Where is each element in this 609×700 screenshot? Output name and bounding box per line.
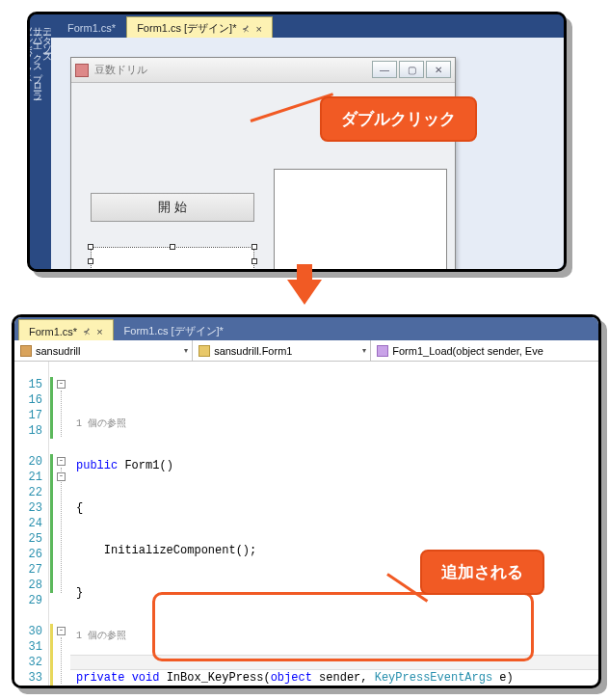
callout-text: 追加される (441, 563, 523, 581)
code-editor-panel: Form1.cs* ⊀ × Form1.cs [デザイン]* sansudril… (12, 314, 601, 688)
chevron-down-icon: ▾ (184, 346, 188, 355)
tab-form1-cs[interactable]: Form1.cs* (57, 16, 126, 38)
form-title: 豆数ドリル (94, 63, 147, 77)
fold-toggle[interactable]: - (57, 627, 66, 635)
class-icon (199, 345, 210, 357)
designer-canvas[interactable]: 豆数ドリル — ▢ ✕ 開 始 (51, 38, 564, 269)
side-tool-serverexplorer[interactable]: サーバーエクスプローラー (32, 20, 41, 267)
side-tool-datasource[interactable]: データソース (41, 20, 51, 267)
project-icon (20, 345, 32, 357)
nav-project-dropdown[interactable]: sansudrill ▾ (14, 340, 193, 361)
fold-toggle[interactable]: - (57, 457, 66, 466)
nav-project-label: sansudrill (36, 345, 80, 357)
fold-toggle[interactable]: - (57, 472, 66, 481)
codelens-ref[interactable]: 1 個の参照 (76, 631, 126, 641)
designer-tab-row: Form1.cs* Form1.cs [デザイン]* ⊀ × (51, 14, 564, 38)
resize-handle[interactable] (170, 244, 175, 250)
fold-toggle[interactable]: - (57, 380, 66, 389)
resize-handle[interactable] (252, 244, 257, 250)
flow-arrow-icon (287, 280, 322, 305)
form-preview-window[interactable]: 豆数ドリル — ▢ ✕ 開 始 (70, 57, 456, 272)
method-icon (377, 345, 388, 357)
maximize-button[interactable]: ▢ (399, 61, 424, 78)
code-editor[interactable]: 15161718202122232425262728293031323334 -… (14, 362, 598, 688)
minimize-button[interactable]: — (372, 61, 397, 78)
tab-form1-design-code[interactable]: Form1.cs [デザイン]* (114, 319, 234, 340)
start-button[interactable]: 開 始 (91, 193, 254, 222)
designer-panel: データソース サーバーエクスプローラー ツールボックス Form1.cs* Fo… (27, 12, 567, 272)
tab-form1-design[interactable]: Form1.cs [デザイン]* ⊀ × (126, 16, 273, 38)
nav-class-label: sansudrill.Form1 (214, 345, 292, 357)
close-icon[interactable]: × (255, 23, 261, 35)
chevron-down-icon: ▾ (362, 346, 366, 355)
pin-icon[interactable]: ⊀ (83, 327, 91, 337)
nav-method-label: Form1_Load(object sender, Eve (392, 345, 543, 357)
pin-icon[interactable]: ⊀ (242, 24, 250, 34)
tab-form1-cs-code[interactable]: Form1.cs* ⊀ × (18, 319, 114, 340)
tab-label: Form1.cs* (29, 326, 77, 337)
nav-class-dropdown[interactable]: sansudrill.Form1 ▾ (193, 340, 371, 361)
outbox-list[interactable] (274, 169, 447, 272)
tab-label: Form1.cs* (67, 22, 116, 34)
callout-text: ダブルクリック (341, 110, 456, 128)
code-nav-bar: sansudrill ▾ sansudrill.Form1 ▾ Form1_Lo… (14, 340, 598, 362)
line-number-gutter: 15161718202122232425262728293031323334 (14, 362, 49, 688)
callout-double-click: ダブルクリック (320, 96, 477, 142)
tab-label: Form1.cs [デザイン]* (137, 21, 236, 36)
tab-label: Form1.cs [デザイン]* (124, 324, 224, 338)
nav-method-dropdown[interactable]: Form1_Load(object sender, Eve (371, 340, 598, 361)
change-mark-gutter (49, 362, 57, 688)
close-button[interactable]: ✕ (426, 61, 451, 78)
form-titlebar: 豆数ドリル — ▢ ✕ (71, 58, 455, 83)
close-icon[interactable]: × (96, 326, 102, 337)
form-app-icon (75, 64, 89, 77)
code-tab-row: Form1.cs* ⊀ × Form1.cs [デザイン]* (14, 317, 598, 340)
side-tool-toolbox[interactable]: ツールボックス (27, 20, 32, 267)
codelens-ref[interactable]: 1 個の参照 (76, 418, 126, 429)
resize-handle[interactable] (88, 244, 93, 250)
resize-handle[interactable] (88, 258, 93, 264)
vs-side-toolbar: データソース サーバーエクスプローラー ツールボックス (30, 14, 51, 269)
start-button-label: 開 始 (158, 199, 187, 216)
resize-handle[interactable] (252, 258, 257, 264)
selected-control[interactable] (91, 247, 254, 272)
callout-added: 追加される (420, 550, 544, 595)
fold-gutter: - - - - (57, 362, 70, 688)
code-text-area[interactable]: 1 個の参照 public Form1() { InitializeCompon… (70, 362, 598, 688)
